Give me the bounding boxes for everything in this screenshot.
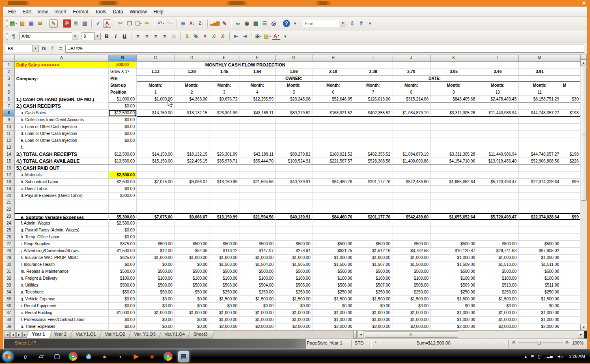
cell-G4[interactable]: Month: <box>276 82 312 89</box>
sheet-tab-var-y1-q1[interactable]: Var,Y1,Q1 <box>70 331 103 338</box>
cell-K11[interactable] <box>431 131 477 137</box>
messenger-orange-icon[interactable]: ● <box>99 351 110 362</box>
cell-I39[interactable]: $2,000.00 <box>354 323 392 330</box>
cell-D22[interactable] <box>174 206 209 213</box>
cell-D39[interactable]: $0.00 <box>174 323 209 330</box>
cell-K8[interactable]: $3,311,305.28 <box>431 110 477 117</box>
cell-I21[interactable] <box>354 199 392 206</box>
cell-C37[interactable]: $1,000.00 <box>137 310 174 317</box>
cell-N17[interactable] <box>561 172 580 179</box>
row-header-18[interactable]: 18 <box>3 179 15 186</box>
row-header-24[interactable]: 24 <box>3 220 15 227</box>
cell-B1[interactable]: 500.00 <box>109 62 137 69</box>
cell-J21[interactable] <box>392 199 431 206</box>
cell-I16[interactable] <box>354 165 392 172</box>
cell-A31[interactable]: m. Repairs & Maintenance <box>15 268 109 275</box>
cell-B6[interactable]: $1,000.00 <box>109 96 137 103</box>
cell-K16[interactable] <box>431 165 477 172</box>
cell-K17[interactable] <box>431 172 477 179</box>
cell-L33[interactable]: $510.00 <box>477 282 519 289</box>
cell-D26[interactable] <box>174 234 209 241</box>
cell-D28[interactable]: $52.36 <box>174 248 209 255</box>
gallery-icon[interactable]: ▦ <box>252 19 260 28</box>
cell-A33[interactable]: o. Utilities <box>15 282 109 289</box>
cell-D9[interactable] <box>174 117 209 124</box>
cell-J1[interactable] <box>392 62 431 69</box>
cell-C23[interactable]: $7,075.00 <box>137 213 174 220</box>
cell-J15[interactable]: $1,400,093.86 <box>392 158 431 165</box>
cell-D21[interactable] <box>174 199 209 206</box>
row-header-37[interactable]: 37 <box>3 310 15 317</box>
background-color-dropdown-icon[interactable]: ▾ <box>269 35 271 38</box>
save-document-icon[interactable]: ▣ <box>27 19 35 28</box>
cell-B8[interactable]: $12,500.00 <box>109 110 137 117</box>
cell-I2[interactable]: 2.38 <box>354 69 392 75</box>
cell-J10[interactable] <box>392 124 431 131</box>
cell-A10[interactable]: c. Loan or Other Cash Injection <box>15 124 109 131</box>
cell-N32[interactable] <box>561 275 580 282</box>
delete-decimal-place-icon[interactable]: .0 <box>219 32 227 41</box>
cell-K4[interactable]: Month: <box>431 82 477 89</box>
cell-I18[interactable]: $201,177.76 <box>354 179 392 186</box>
cell-N24[interactable] <box>561 220 580 227</box>
cell-L23[interactable]: $5,720,493.47 <box>477 213 519 220</box>
cell-L29[interactable]: $1,000.00 <box>477 255 519 261</box>
cell-J13[interactable] <box>392 144 431 151</box>
horizontal-split-handle[interactable] <box>353 331 357 338</box>
scroll-left-icon[interactable]: ◄ <box>357 331 364 338</box>
cell-L35[interactable]: $1,500.00 <box>477 296 519 303</box>
cell-L17[interactable] <box>477 172 519 179</box>
cell-F35[interactable]: $1,500.00 <box>239 296 276 303</box>
vertical-scroll-thumb[interactable] <box>581 67 587 201</box>
cell-H34[interactable]: $250.00 <box>312 289 354 296</box>
cell-F31[interactable]: $500.00 <box>239 268 276 275</box>
cell-L32[interactable]: $100.00 <box>477 275 519 282</box>
cell-J36[interactable]: $0.00 <box>392 303 431 310</box>
row-header-10[interactable]: 10 <box>3 124 15 131</box>
paste-icon[interactable]: ❏▾ <box>134 19 142 28</box>
cell-D32[interactable]: $100.00 <box>174 275 209 282</box>
cell-N20[interactable] <box>561 193 580 199</box>
row-header-13[interactable]: 13 <box>3 144 15 151</box>
row-header-5[interactable]: 5 <box>3 89 15 96</box>
cell-L16[interactable] <box>477 165 519 172</box>
calc-taskbar-active-icon[interactable]: ▤ <box>178 351 189 362</box>
cell-B25[interactable]: $0.00 <box>109 227 137 234</box>
menu-tools[interactable]: Tools <box>92 8 110 16</box>
cell-K12[interactable] <box>431 137 477 144</box>
cell-B23[interactable]: $5,300.00 <box>109 213 137 220</box>
zoom-out-icon[interactable]: ⊖ <box>512 340 516 345</box>
action-center-flag-icon[interactable]: ⚑ <box>530 354 534 359</box>
font-color-dropdown-icon[interactable]: ▾ <box>278 34 279 37</box>
row-header-8[interactable]: 8 <box>3 110 15 117</box>
page-style-label[interactable]: PageStyle_Year 1 <box>307 340 342 345</box>
cell-J20[interactable] <box>392 193 431 199</box>
cell-G5[interactable]: 5 <box>276 89 312 96</box>
redo-dropdown-icon[interactable]: ▾ <box>171 22 173 25</box>
cell-J26[interactable] <box>392 234 431 241</box>
cell-F19[interactable] <box>239 186 276 193</box>
cell-B26[interactable]: $0.00 <box>109 234 137 241</box>
cell-A28[interactable]: j. Advertising/Convention/Shows <box>15 248 109 255</box>
background-color-icon[interactable]: ▨▾ <box>263 32 271 41</box>
cell-L3[interactable] <box>477 75 519 82</box>
cell-D23[interactable]: $9,066.07 <box>174 213 209 220</box>
menu-format[interactable]: Format <box>70 8 92 16</box>
cell-D34[interactable]: $50.00 <box>174 289 209 296</box>
cell-C8[interactable]: $14,150.00 <box>137 110 174 117</box>
cell-J8[interactable]: $1,084,879.19 <box>392 110 431 117</box>
cell-N2[interactable] <box>561 69 580 75</box>
cell-K21[interactable] <box>431 199 477 206</box>
cell-N37[interactable] <box>561 310 580 317</box>
cell-I5[interactable]: 7 <box>354 89 392 96</box>
cell-E6[interactable]: $9,676.72 <box>209 96 239 103</box>
cell-E10[interactable] <box>209 124 239 131</box>
row-header-27[interactable]: 27 <box>3 241 15 248</box>
horizontal-scroll-track[interactable] <box>364 331 578 338</box>
cell-M27[interactable]: $500.00 <box>519 241 561 248</box>
cell-C29[interactable]: $1,000.00 <box>137 255 174 261</box>
cell-G30[interactable]: $1,505.00 <box>276 261 312 268</box>
align-justify-icon[interactable]: ≡ <box>161 32 169 41</box>
cell-H29[interactable]: $1,000.00 <box>312 255 354 261</box>
cell-E17[interactable] <box>209 172 239 179</box>
